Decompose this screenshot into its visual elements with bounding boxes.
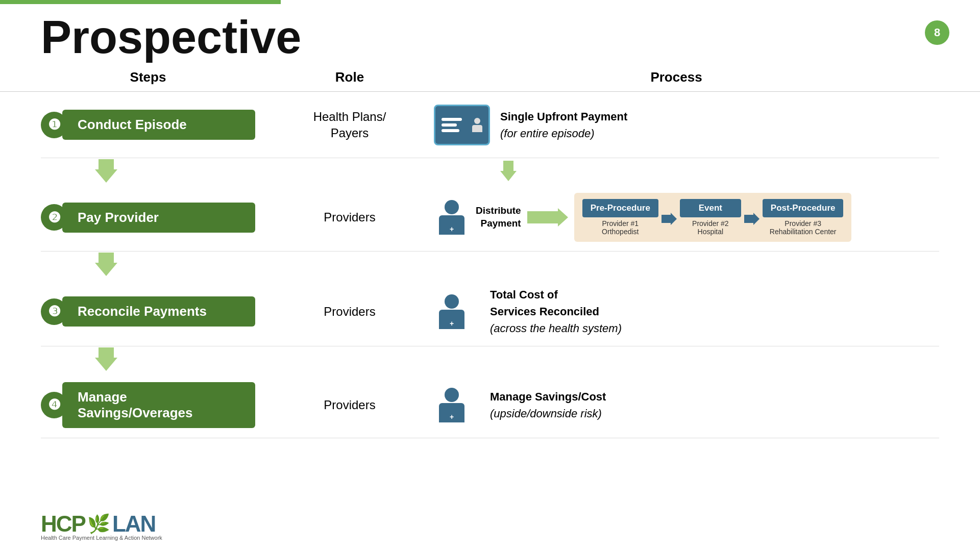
role-2: Providers [286,209,413,225]
step-4: ❹ ManageSavings/Overages [41,382,255,428]
doctor-head [445,200,459,214]
logo-main: HCP 🌿 LAN [41,511,155,537]
top-accent-bar [0,0,281,4]
step-2: ❷ Pay Provider [41,203,255,233]
proc-sub-event: Provider #2Hospital [680,219,741,236]
step-badge-2: ❷ [41,204,67,231]
doctor-icon-3: + [434,294,470,329]
role-3: Providers [286,304,413,319]
payment-line [442,123,457,127]
payment-line [442,129,459,132]
svg-marker-1 [744,213,760,225]
page-number: 8 [925,20,949,45]
doctor-head-4 [445,388,459,402]
row-1: ❶ Conduct Episode Health Plans/Payers [41,92,939,158]
page-title: Prospective [0,4,980,60]
proc-arrow-1 [662,210,677,225]
step-arrow-down-1 [95,169,117,183]
row-4: ❹ ManageSavings/Overages Providers + Man… [41,372,939,438]
procedure-boxes: Pre-Procedure Provider #1Orthopedist Eve… [574,193,852,242]
logo-area: HCP 🌿 LAN Health Care Payment Learning &… [41,511,162,541]
proc-box-event: Event [680,199,741,217]
distribute-label: DistributePayment [476,205,521,230]
step-arrow-down-3 [95,358,117,371]
payment-icon [434,105,490,145]
col-header-role: Role [286,69,413,85]
logo-icon-people: 🌿 [87,513,110,535]
proc-pre: Pre-Procedure Provider #1Orthopedist [582,199,658,236]
arrow-3-4 [41,346,939,372]
payment-lines [442,118,467,132]
process-subtitle-1: (for entire episode) [500,127,595,140]
arrow-2-3 [41,252,939,277]
proc-arrow-2 [744,210,760,225]
role-1: Health Plans/Payers [286,109,413,140]
process-text-3: Total Cost ofServices Reconciled (across… [490,286,622,337]
proc-box-post: Post-Procedure [763,199,844,217]
doctor-icon-2: + [434,200,470,235]
process-3: + Total Cost ofServices Reconciled (acro… [413,286,939,337]
process-text-1: Single Upfront Payment (for entire episo… [500,108,627,142]
proc-box-pre: Pre-Procedure [582,199,658,217]
process-2: + DistributePayment Pre-Procedure Provid… [413,193,939,242]
payment-line [442,118,462,121]
payment-person [472,118,482,132]
procedure-flow: + DistributePayment Pre-Procedure Provid… [434,193,851,242]
proc-post: Post-Procedure Provider #3Rehabilitation… [763,199,844,236]
step-3: ❸ Reconcile Payments [41,296,255,327]
process-1: Single Upfront Payment (for entire episo… [413,105,939,145]
col-header-process: Process [413,69,939,85]
logo-lan-text: LAN [112,511,155,537]
step-1: ❶ Conduct Episode [41,110,255,140]
doctor-head-3 [445,294,459,309]
logo-subtitle: Health Care Payment Learning & Action Ne… [41,535,162,541]
process-subtitle-3: (across the health system) [490,322,622,335]
process-title-4: Manage Savings/Cost [490,390,606,403]
doctor-cross-4: + [450,413,454,421]
step-badge-4: ❹ [41,392,67,418]
row-3: ❸ Reconcile Payments Providers + Total C… [41,277,939,346]
doctor-icon-4: + [434,388,470,422]
process-title-3: Total Cost ofServices Reconciled [490,288,599,318]
step-label-2: Pay Provider [62,203,255,233]
proc-sub-post: Provider #3Rehabilitation Center [763,219,844,236]
arrow-1-2 [41,158,939,184]
step-label-4: ManageSavings/Overages [62,382,255,428]
doctor-body-3: + [439,310,464,329]
green-arrow-right [527,208,568,227]
process-arrow-down-1 [500,171,517,181]
doctor-cross: + [450,225,454,233]
step-badge-3: ❸ [41,298,67,325]
column-headers: Steps Role Process [0,60,980,92]
step-badge-1: ❶ [41,112,67,138]
proc-event: Event Provider #2Hospital [680,199,741,236]
proc-sub-pre: Provider #1Orthopedist [582,219,658,236]
logo-hcp-text: HCP [41,511,85,537]
col-header-steps: Steps [41,69,255,85]
person-head [474,118,480,124]
step-label-1: Conduct Episode [62,110,255,140]
rows-container: ❶ Conduct Episode Health Plans/Payers [0,92,980,438]
doctor-body: + [439,215,464,235]
step-label-3: Reconcile Payments [62,296,255,327]
person-body [472,125,482,132]
row-2: ❷ Pay Provider Providers + DistributePay… [41,184,939,252]
svg-marker-0 [662,213,677,225]
process-text-4: Manage Savings/Cost (upside/downside ris… [490,388,606,422]
role-4: Providers [286,397,413,413]
step-arrow-down-2 [95,263,117,276]
doctor-cross-3: + [450,319,454,328]
process-title-1: Single Upfront Payment [500,110,627,123]
doctor-body-4: + [439,403,464,422]
process-subtitle-4: (upside/downside risk) [490,407,602,420]
process-4: + Manage Savings/Cost (upside/downside r… [413,388,939,422]
